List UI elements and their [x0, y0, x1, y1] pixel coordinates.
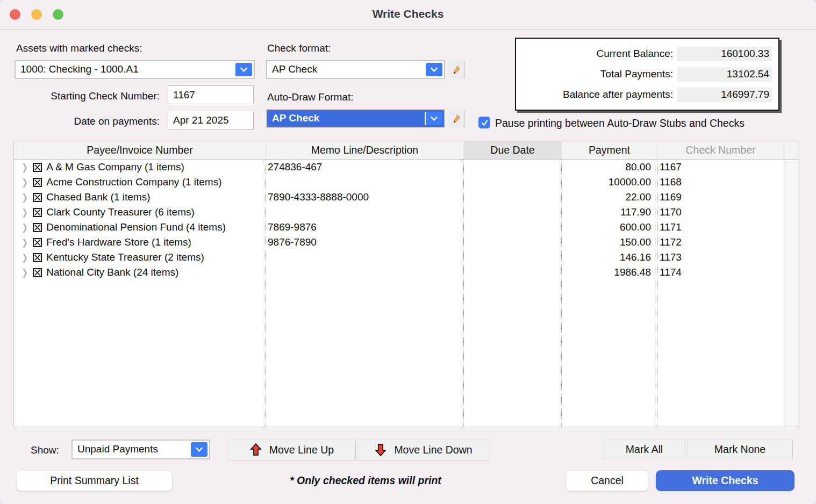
column-header-payment[interactable]: Payment — [561, 141, 657, 159]
row-checkbox[interactable] — [33, 193, 42, 202]
disclosure-chevron-icon[interactable]: ❯ — [22, 162, 27, 173]
disclosure-chevron-icon[interactable]: ❯ — [22, 177, 27, 188]
column-header-check-number[interactable]: Check Number — [657, 141, 784, 159]
memo-cell: 7869-9876 — [266, 221, 463, 233]
starting-check-label: Starting Check Number: — [16, 90, 160, 102]
autodraw-format-combo[interactable]: AP Check — [266, 109, 445, 128]
check-format-value: AP Check — [272, 63, 317, 75]
payee-name: A & M Gas Company (1 items) — [46, 161, 184, 173]
pencil-icon — [452, 114, 461, 124]
title-bar: Write Checks — [0, 0, 816, 30]
date-input[interactable] — [168, 111, 254, 129]
pause-printing-checkbox[interactable] — [478, 117, 490, 128]
move-line-up-label: Move Line Up — [269, 444, 334, 456]
window-title: Write Checks — [0, 8, 816, 20]
rows-container: ❯ A & M Gas Company (1 items) 274836-467… — [14, 160, 799, 280]
payment-cell: 80.00 — [561, 161, 657, 173]
payment-cell: 117.90 — [561, 206, 657, 218]
check-number-cell: 1172 — [657, 236, 784, 248]
payment-cell: 10000.00 — [561, 176, 657, 188]
payment-cell: 146.16 — [561, 251, 657, 263]
assets-combo[interactable]: 1000: Checking - 1000.A1 — [15, 60, 255, 79]
row-checkbox[interactable] — [33, 208, 42, 217]
row-checkbox[interactable] — [33, 223, 42, 232]
red-up-arrow-icon — [250, 443, 262, 456]
current-balance-label: Current Balance: — [596, 48, 673, 60]
payee-name: Clark County Treasurer (6 items) — [46, 206, 195, 218]
cancel-button[interactable]: Cancel — [566, 470, 649, 491]
payee-name: Chased Bank (1 items) — [46, 191, 150, 203]
table-row[interactable]: ❯ Denominational Pension Fund (4 items) … — [14, 220, 799, 235]
edit-autodraw-format-button[interactable] — [448, 110, 465, 128]
memo-cell: 274836-467 — [266, 161, 463, 173]
row-checkbox[interactable] — [33, 163, 42, 172]
show-filter-combo[interactable]: Unpaid Payments — [71, 440, 210, 459]
show-filter-value: Unpaid Payments — [77, 443, 158, 455]
disclosure-chevron-icon[interactable]: ❯ — [22, 192, 27, 203]
show-label: Show: — [31, 444, 59, 456]
table-row[interactable]: ❯ Clark County Treasurer (6 items) 117.9… — [14, 205, 799, 220]
chevron-down-icon[interactable] — [191, 442, 207, 457]
chevron-down-icon[interactable] — [426, 63, 442, 76]
date-label: Date on payments: — [16, 116, 160, 127]
check-number-cell: 1173 — [657, 251, 784, 263]
table-row[interactable]: ❯ A & M Gas Company (1 items) 274836-467… — [14, 160, 799, 175]
payee-name: Denominational Pension Fund (4 items) — [46, 221, 226, 233]
disclosure-chevron-icon[interactable]: ❯ — [22, 237, 27, 248]
disclosure-chevron-icon[interactable]: ❯ — [22, 222, 27, 233]
column-header-memo[interactable]: Memo Line/Description — [266, 141, 463, 159]
column-divider — [561, 160, 562, 427]
check-format-combo[interactable]: AP Check — [266, 60, 445, 79]
print-summary-button[interactable]: Print Summary List — [16, 470, 173, 491]
memo-cell: 9876-7890 — [266, 236, 463, 248]
mark-all-label: Mark All — [626, 443, 663, 456]
starting-check-input[interactable] — [168, 85, 254, 104]
table-row[interactable]: ❯ Fred's Hardware Store (1 items) 9876-7… — [14, 235, 799, 250]
disclosure-chevron-icon[interactable]: ❯ — [22, 207, 27, 218]
assets-combo-value: 1000: Checking - 1000.A1 — [20, 63, 139, 75]
chevron-down-icon[interactable] — [235, 63, 252, 76]
payee-name: Acme Construction Company (1 items) — [46, 176, 221, 188]
pencil-icon — [452, 65, 461, 75]
checkmark-icon — [481, 119, 489, 127]
row-checkbox[interactable] — [33, 178, 42, 187]
table-body: ❯ A & M Gas Company (1 items) 274836-467… — [14, 160, 799, 427]
row-checkbox[interactable] — [33, 253, 42, 262]
mark-all-button[interactable]: Mark All — [603, 440, 685, 459]
cancel-label: Cancel — [591, 474, 624, 487]
vertical-scrollbar[interactable] — [784, 160, 799, 427]
column-divider — [463, 160, 464, 427]
column-header-due-date[interactable]: Due Date — [463, 141, 561, 159]
move-line-down-button[interactable]: Move Line Down — [357, 439, 490, 460]
column-header-payee[interactable]: Payee/Invoice Number — [14, 141, 266, 159]
payee-name: Kentucky State Treasurer (2 items) — [46, 251, 204, 263]
total-payments-label: Total Payments: — [600, 68, 673, 80]
table-row[interactable]: ❯ National City Bank (24 items) 1986.48 … — [14, 265, 799, 280]
mark-none-button[interactable]: Mark None — [687, 440, 793, 459]
table-row[interactable]: ❯ Acme Construction Company (1 items) 10… — [14, 175, 799, 190]
memo-cell: 7890-4333-8888-0000 — [266, 191, 463, 203]
column-header-spacer — [784, 141, 799, 159]
assets-label: Assets with marked checks: — [16, 42, 142, 54]
payment-cell: 22.00 — [561, 191, 657, 203]
chevron-down-icon[interactable] — [426, 112, 442, 125]
check-number-cell: 1174 — [657, 267, 784, 278]
row-checkbox[interactable] — [33, 268, 42, 277]
balance-after-label: Balance after payments: — [563, 89, 673, 100]
payee-name: Fred's Hardware Store (1 items) — [46, 236, 191, 248]
move-line-down-label: Move Line Down — [394, 444, 472, 456]
move-line-up-button[interactable]: Move Line Up — [228, 439, 356, 460]
row-checkbox[interactable] — [33, 238, 42, 247]
edit-check-format-button[interactable] — [448, 61, 465, 79]
print-summary-label: Print Summary List — [50, 474, 139, 487]
payee-name: National City Bank (24 items) — [46, 267, 178, 278]
disclosure-chevron-icon[interactable]: ❯ — [22, 267, 27, 278]
column-divider — [657, 160, 657, 427]
payment-cell: 1986.48 — [561, 267, 657, 278]
total-payments-value: 13102.54 — [677, 67, 772, 82]
write-checks-dialog: Write Checks Assets with marked checks: … — [0, 0, 816, 504]
table-row[interactable]: ❯ Chased Bank (1 items) 7890-4333-8888-0… — [14, 190, 799, 205]
table-row[interactable]: ❯ Kentucky State Treasurer (2 items) 146… — [14, 250, 799, 265]
write-checks-button[interactable]: Write Checks — [656, 470, 794, 491]
disclosure-chevron-icon[interactable]: ❯ — [22, 252, 27, 263]
